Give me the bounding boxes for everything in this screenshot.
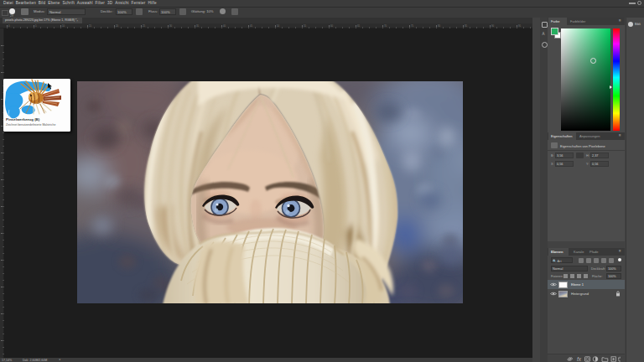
svg-text:fx: fx (577, 356, 582, 362)
